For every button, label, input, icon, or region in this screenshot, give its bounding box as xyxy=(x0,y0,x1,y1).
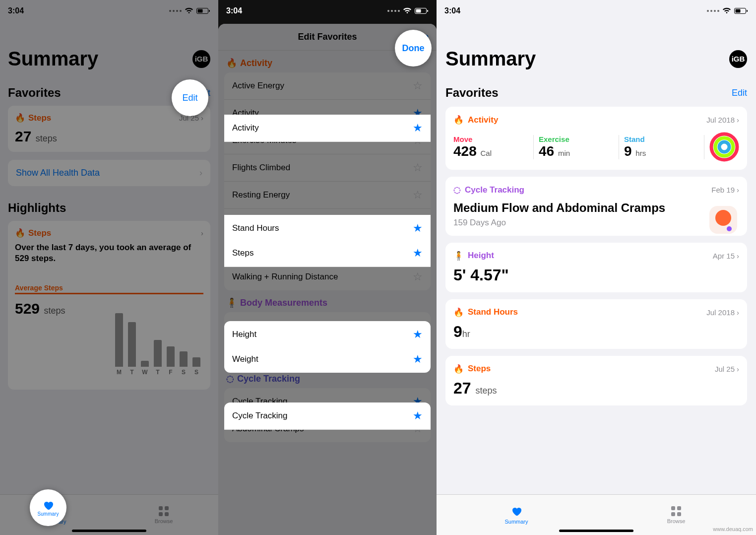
avatar[interactable]: iGB xyxy=(729,50,747,68)
svg-rect-21 xyxy=(671,512,675,516)
row-label: Show All Health Data xyxy=(16,168,100,178)
bar-chart xyxy=(115,313,200,367)
row-stand-hours-highlight[interactable]: Stand Hours★ xyxy=(224,215,431,242)
home-indicator[interactable] xyxy=(559,530,633,532)
grid-icon xyxy=(671,506,682,517)
star-icon[interactable]: ☆ xyxy=(413,161,423,174)
star-icon[interactable]: ★ xyxy=(413,247,423,260)
grid-icon xyxy=(158,506,169,517)
row-resting-energy[interactable]: Resting Energy☆ xyxy=(224,182,431,209)
star-icon[interactable]: ★ xyxy=(413,222,423,235)
tab-label: Summary xyxy=(504,519,528,525)
steps-card[interactable]: 🔥Steps Jul 25 › 27 steps xyxy=(445,356,747,405)
row-activity-highlight[interactable]: Activity★ xyxy=(224,115,431,142)
cycle-tracking-card[interactable]: ◌Cycle Tracking Feb 19 › Medium Flow and… xyxy=(445,177,747,236)
stand-label: Stand xyxy=(624,135,699,143)
star-icon[interactable]: ☆ xyxy=(413,189,423,201)
svg-rect-2 xyxy=(209,10,210,12)
steps-value: 27 xyxy=(15,128,31,144)
steps-unit: steps xyxy=(475,386,497,396)
chevron-right-icon: › xyxy=(737,116,739,124)
row-active-energy[interactable]: Active Energy☆ xyxy=(224,72,431,100)
avatar[interactable]: iGB xyxy=(192,50,210,68)
cycle-days-ago: 159 Days Ago xyxy=(453,218,739,228)
highlight-card-steps[interactable]: 🔥Steps › Over the last 7 days, you took … xyxy=(8,221,210,390)
edit-button-spotlight[interactable]: Edit xyxy=(172,79,208,116)
wifi-icon xyxy=(403,7,412,14)
svg-point-17 xyxy=(715,210,731,226)
flame-icon: 🔥 xyxy=(15,113,25,123)
wifi-icon xyxy=(185,7,193,14)
move-unit: Cal xyxy=(481,149,492,157)
card-date: Apr 15 xyxy=(713,252,735,260)
bar-fri xyxy=(167,346,175,367)
cycle-icon: ◌ xyxy=(453,185,461,195)
chevron-right-icon: › xyxy=(737,308,739,317)
chevron-right-icon: › xyxy=(737,186,739,194)
hl-title: Steps xyxy=(28,228,51,238)
svg-rect-8 xyxy=(416,9,421,13)
svg-rect-6 xyxy=(165,512,169,516)
tab-bar: Summary Browse xyxy=(437,494,756,535)
tab-browse[interactable]: Browse xyxy=(109,495,218,535)
chevron-right-icon: › xyxy=(199,168,202,178)
tab-summary[interactable]: Summary xyxy=(437,495,596,535)
svg-rect-12 xyxy=(747,10,748,12)
person-icon: 🧍 xyxy=(453,251,464,261)
svg-rect-1 xyxy=(198,9,203,13)
card-title: Cycle Tracking xyxy=(465,185,524,195)
show-all-health-data[interactable]: Show All Health Data › xyxy=(8,160,210,186)
heart-icon xyxy=(42,499,55,511)
svg-rect-19 xyxy=(671,506,675,510)
card-title: Steps xyxy=(28,113,51,123)
done-button-spotlight[interactable]: Done xyxy=(395,30,432,67)
page-title: Summary xyxy=(8,48,98,70)
row-flights-climbed[interactable]: Flights Climbed☆ xyxy=(224,154,431,182)
xlabel: W xyxy=(141,369,149,376)
avg-label: Average Steps xyxy=(15,284,203,292)
row-cycle-tracking-highlight[interactable]: Cycle Tracking★ xyxy=(224,402,431,430)
screen-summary-dimmed: 3:04 Summary iGB Favorites Edit 🔥Steps J… xyxy=(0,0,218,535)
row-weight-highlight[interactable]: Weight★ xyxy=(224,346,431,373)
cellular-icon xyxy=(387,10,400,12)
height-card[interactable]: 🧍Height Apr 15 › 5' 4.57" xyxy=(445,243,747,292)
hl-subtitle: Over the last 7 days, you took an averag… xyxy=(15,242,203,264)
chevron-right-icon: › xyxy=(737,365,739,373)
row-steps-highlight[interactable]: Steps★ xyxy=(224,240,431,267)
row-walking-running[interactable]: Walking + Running Distance☆ xyxy=(224,264,431,290)
stand-unit: hr xyxy=(462,329,470,339)
chevron-right-icon: › xyxy=(201,229,203,237)
star-icon[interactable]: ☆ xyxy=(413,79,423,92)
favorites-heading: Favorites xyxy=(445,86,499,100)
svg-rect-3 xyxy=(159,506,163,510)
xlabel: F xyxy=(167,369,175,376)
status-bar: 3:04 xyxy=(218,0,437,22)
clock: 3:04 xyxy=(226,6,242,15)
activity-card[interactable]: 🔥Activity Jul 2018 › Move 428 Cal Exerci… xyxy=(445,107,747,170)
card-date: Jul 2018 xyxy=(706,308,735,317)
svg-rect-11 xyxy=(736,9,741,13)
height-value: 5' 4.57" xyxy=(453,266,739,284)
star-icon[interactable]: ★ xyxy=(413,328,423,341)
favorites-heading: Favorites xyxy=(8,86,61,100)
battery-icon xyxy=(415,7,429,14)
home-indicator[interactable] xyxy=(72,530,146,532)
summary-tab-spotlight[interactable]: Summary xyxy=(30,489,66,526)
star-icon[interactable]: ★ xyxy=(413,122,423,134)
battery-icon xyxy=(734,7,748,14)
tab-label: Browse xyxy=(155,518,173,524)
xlabel: M xyxy=(115,369,123,376)
stand-hours-card[interactable]: 🔥Stand Hours Jul 2018 › 9hr xyxy=(445,299,747,349)
star-icon[interactable]: ★ xyxy=(413,353,423,366)
svg-rect-22 xyxy=(677,512,681,516)
cellular-icon xyxy=(707,10,719,12)
stand-value: 9 xyxy=(453,323,462,340)
star-icon[interactable]: ★ xyxy=(413,409,423,422)
chevron-right-icon: › xyxy=(737,252,739,260)
row-height-highlight[interactable]: Height★ xyxy=(224,321,431,348)
edit-button[interactable]: Edit xyxy=(732,88,747,98)
xlabel: S xyxy=(192,369,200,376)
star-icon[interactable]: ☆ xyxy=(413,270,423,283)
stand-unit: hrs xyxy=(635,149,646,157)
card-title: Stand Hours xyxy=(468,307,518,317)
